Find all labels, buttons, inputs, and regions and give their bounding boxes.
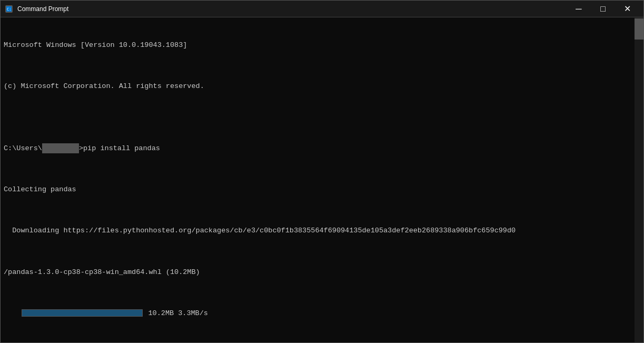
close-button[interactable]: ✕	[615, 1, 639, 17]
line-2: (c) Microsoft Corporation. All rights re…	[4, 81, 631, 92]
line-1: Microsoft Windows [Version 10.0.19043.10…	[4, 40, 631, 51]
line-dl-pandas-url: Downloading https://files.pythonhosted.o…	[4, 226, 631, 236]
console-output[interactable]: Microsoft Windows [Version 10.0.19043.10…	[1, 17, 635, 342]
maximize-button[interactable]: □	[591, 1, 615, 17]
username-redacted	[42, 143, 79, 154]
console-area: Microsoft Windows [Version 10.0.19043.10…	[1, 17, 643, 342]
window-controls: ─ □ ✕	[567, 1, 639, 17]
scrollbar-thumb[interactable]	[635, 18, 643, 40]
line-collecting-pandas: Collecting pandas	[4, 184, 631, 195]
scrollbar[interactable]	[635, 17, 643, 342]
line-pandas-whl: /pandas-1.3.0-cp38-cp38-win_amd64.whl (1…	[4, 267, 631, 278]
pandas-progress-bar	[22, 309, 143, 317]
title-bar: C:\ Command Prompt ─ □ ✕	[1, 1, 643, 17]
app-icon: C:\	[5, 5, 13, 13]
line-pandas-progress: 10.2MB 3.3MB/s	[4, 308, 631, 319]
svg-text:C:\: C:\	[7, 7, 12, 12]
minimize-button[interactable]: ─	[567, 1, 591, 17]
cmd-icon-svg: C:\	[6, 6, 12, 12]
window-title: Command Prompt	[17, 5, 567, 13]
line-prompt: C:\Users\ >pip install pandas	[4, 143, 631, 154]
command-prompt-window: C:\ Command Prompt ─ □ ✕ Microsoft Windo…	[0, 0, 644, 343]
